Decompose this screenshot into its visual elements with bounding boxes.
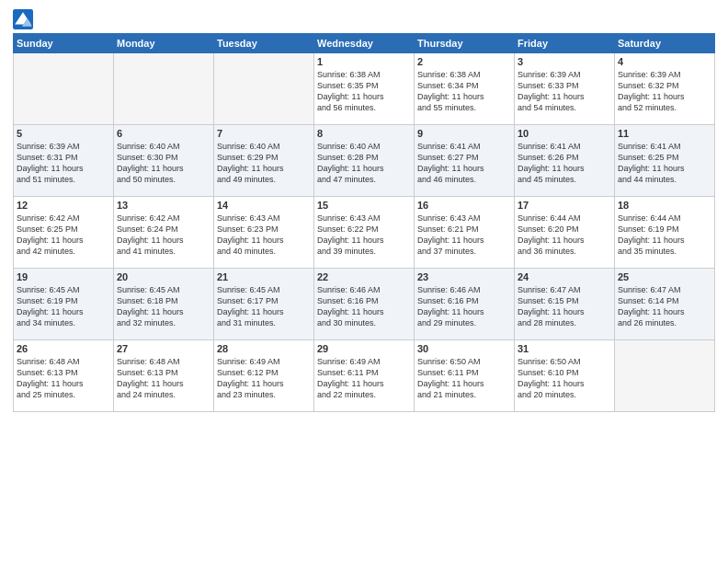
calendar-cell: 21Sunrise: 6:45 AM Sunset: 6:17 PM Dayli…: [214, 269, 314, 340]
cell-content: Sunrise: 6:47 AM Sunset: 6:14 PM Dayligh…: [618, 284, 711, 329]
cell-content: Sunrise: 6:43 AM Sunset: 6:23 PM Dayligh…: [217, 213, 311, 258]
calendar-cell: 15Sunrise: 6:43 AM Sunset: 6:22 PM Dayli…: [314, 197, 415, 269]
week-row-4: 19Sunrise: 6:45 AM Sunset: 6:19 PM Dayli…: [14, 269, 715, 340]
cell-content: Sunrise: 6:46 AM Sunset: 6:16 PM Dayligh…: [417, 284, 511, 329]
day-number: 12: [17, 200, 110, 211]
header: [13, 9, 715, 29]
calendar-cell: 4Sunrise: 6:39 AM Sunset: 6:32 PM Daylig…: [615, 53, 715, 125]
col-header-monday: Monday: [114, 34, 214, 53]
col-header-friday: Friday: [515, 34, 615, 53]
calendar-cell: 29Sunrise: 6:49 AM Sunset: 6:11 PM Dayli…: [314, 340, 415, 412]
day-number: 2: [417, 56, 511, 67]
calendar-cell: 13Sunrise: 6:42 AM Sunset: 6:24 PM Dayli…: [114, 197, 214, 269]
day-number: 3: [518, 56, 611, 67]
day-number: 11: [618, 128, 711, 139]
day-number: 24: [518, 271, 611, 282]
calendar-cell: 25Sunrise: 6:47 AM Sunset: 6:14 PM Dayli…: [615, 269, 715, 340]
day-number: 9: [417, 128, 511, 139]
day-number: 14: [217, 200, 311, 211]
week-row-5: 26Sunrise: 6:48 AM Sunset: 6:13 PM Dayli…: [14, 340, 715, 412]
logo-icon: [13, 9, 33, 29]
calendar-cell: 20Sunrise: 6:45 AM Sunset: 6:18 PM Dayli…: [114, 269, 214, 340]
calendar-cell: 17Sunrise: 6:44 AM Sunset: 6:20 PM Dayli…: [515, 197, 615, 269]
calendar-cell: 31Sunrise: 6:50 AM Sunset: 6:10 PM Dayli…: [515, 340, 615, 412]
col-header-thursday: Thursday: [415, 34, 515, 53]
calendar-cell: 10Sunrise: 6:41 AM Sunset: 6:26 PM Dayli…: [515, 125, 615, 197]
cell-content: Sunrise: 6:48 AM Sunset: 6:13 PM Dayligh…: [17, 356, 110, 401]
day-number: 20: [117, 271, 210, 282]
cell-content: Sunrise: 6:43 AM Sunset: 6:21 PM Dayligh…: [417, 213, 511, 258]
cell-content: Sunrise: 6:43 AM Sunset: 6:22 PM Dayligh…: [317, 213, 411, 258]
day-number: 29: [317, 343, 411, 354]
calendar-cell: 11Sunrise: 6:41 AM Sunset: 6:25 PM Dayli…: [615, 125, 715, 197]
day-number: 5: [17, 128, 110, 139]
day-number: 6: [117, 128, 210, 139]
cell-content: Sunrise: 6:45 AM Sunset: 6:19 PM Dayligh…: [17, 284, 110, 329]
day-number: 31: [518, 343, 611, 354]
day-number: 27: [117, 343, 210, 354]
cell-content: Sunrise: 6:40 AM Sunset: 6:28 PM Dayligh…: [317, 141, 411, 186]
cell-content: Sunrise: 6:42 AM Sunset: 6:24 PM Dayligh…: [117, 213, 210, 258]
calendar-cell: 23Sunrise: 6:46 AM Sunset: 6:16 PM Dayli…: [415, 269, 515, 340]
day-number: 30: [417, 343, 511, 354]
day-number: 28: [217, 343, 311, 354]
cell-content: Sunrise: 6:39 AM Sunset: 6:31 PM Dayligh…: [17, 141, 110, 186]
cell-content: Sunrise: 6:50 AM Sunset: 6:10 PM Dayligh…: [518, 356, 611, 401]
cell-content: Sunrise: 6:47 AM Sunset: 6:15 PM Dayligh…: [518, 284, 611, 329]
calendar-cell: 26Sunrise: 6:48 AM Sunset: 6:13 PM Dayli…: [14, 340, 114, 412]
day-number: 23: [417, 271, 511, 282]
calendar-cell: 24Sunrise: 6:47 AM Sunset: 6:15 PM Dayli…: [515, 269, 615, 340]
cell-content: Sunrise: 6:49 AM Sunset: 6:11 PM Dayligh…: [317, 356, 411, 401]
day-number: 21: [217, 271, 311, 282]
logo: [13, 9, 35, 29]
cell-content: Sunrise: 6:44 AM Sunset: 6:19 PM Dayligh…: [618, 213, 711, 258]
calendar-cell: [114, 53, 214, 125]
col-header-wednesday: Wednesday: [314, 34, 415, 53]
week-row-1: 1Sunrise: 6:38 AM Sunset: 6:35 PM Daylig…: [14, 53, 715, 125]
week-row-2: 5Sunrise: 6:39 AM Sunset: 6:31 PM Daylig…: [14, 125, 715, 197]
cell-content: Sunrise: 6:40 AM Sunset: 6:29 PM Dayligh…: [217, 141, 311, 186]
calendar-cell: 27Sunrise: 6:48 AM Sunset: 6:13 PM Dayli…: [114, 340, 214, 412]
day-number: 13: [117, 200, 210, 211]
calendar-cell: 1Sunrise: 6:38 AM Sunset: 6:35 PM Daylig…: [314, 53, 415, 125]
cell-content: Sunrise: 6:38 AM Sunset: 6:35 PM Dayligh…: [317, 69, 411, 114]
day-number: 17: [518, 200, 611, 211]
calendar-cell: 3Sunrise: 6:39 AM Sunset: 6:33 PM Daylig…: [515, 53, 615, 125]
calendar-cell: 2Sunrise: 6:38 AM Sunset: 6:34 PM Daylig…: [415, 53, 515, 125]
cell-content: Sunrise: 6:40 AM Sunset: 6:30 PM Dayligh…: [117, 141, 210, 186]
day-number: 16: [417, 200, 511, 211]
calendar-cell: 6Sunrise: 6:40 AM Sunset: 6:30 PM Daylig…: [114, 125, 214, 197]
week-row-3: 12Sunrise: 6:42 AM Sunset: 6:25 PM Dayli…: [14, 197, 715, 269]
cell-content: Sunrise: 6:41 AM Sunset: 6:25 PM Dayligh…: [618, 141, 711, 186]
day-number: 25: [618, 271, 711, 282]
day-number: 1: [317, 56, 411, 67]
calendar-cell: 9Sunrise: 6:41 AM Sunset: 6:27 PM Daylig…: [415, 125, 515, 197]
calendar-cell: [214, 53, 314, 125]
day-number: 15: [317, 200, 411, 211]
calendar-cell: 16Sunrise: 6:43 AM Sunset: 6:21 PM Dayli…: [415, 197, 515, 269]
cell-content: Sunrise: 6:48 AM Sunset: 6:13 PM Dayligh…: [117, 356, 210, 401]
cell-content: Sunrise: 6:49 AM Sunset: 6:12 PM Dayligh…: [217, 356, 311, 401]
day-number: 8: [317, 128, 411, 139]
cell-content: Sunrise: 6:50 AM Sunset: 6:11 PM Dayligh…: [417, 356, 511, 401]
cell-content: Sunrise: 6:45 AM Sunset: 6:17 PM Dayligh…: [217, 284, 311, 329]
day-number: 19: [17, 271, 110, 282]
day-number: 10: [518, 128, 611, 139]
calendar-cell: 12Sunrise: 6:42 AM Sunset: 6:25 PM Dayli…: [14, 197, 114, 269]
col-header-saturday: Saturday: [615, 34, 715, 53]
day-number: 4: [618, 56, 711, 67]
calendar-cell: 8Sunrise: 6:40 AM Sunset: 6:28 PM Daylig…: [314, 125, 415, 197]
col-header-tuesday: Tuesday: [214, 34, 314, 53]
cell-content: Sunrise: 6:44 AM Sunset: 6:20 PM Dayligh…: [518, 213, 611, 258]
cell-content: Sunrise: 6:45 AM Sunset: 6:18 PM Dayligh…: [117, 284, 210, 329]
cell-content: Sunrise: 6:41 AM Sunset: 6:26 PM Dayligh…: [518, 141, 611, 186]
calendar-cell: 7Sunrise: 6:40 AM Sunset: 6:29 PM Daylig…: [214, 125, 314, 197]
day-number: 7: [217, 128, 311, 139]
calendar-cell: [615, 340, 715, 412]
day-number: 22: [317, 271, 411, 282]
calendar-table: SundayMondayTuesdayWednesdayThursdayFrid…: [13, 33, 715, 412]
cell-content: Sunrise: 6:42 AM Sunset: 6:25 PM Dayligh…: [17, 213, 110, 258]
header-row: SundayMondayTuesdayWednesdayThursdayFrid…: [14, 34, 715, 53]
day-number: 18: [618, 200, 711, 211]
cell-content: Sunrise: 6:46 AM Sunset: 6:16 PM Dayligh…: [317, 284, 411, 329]
